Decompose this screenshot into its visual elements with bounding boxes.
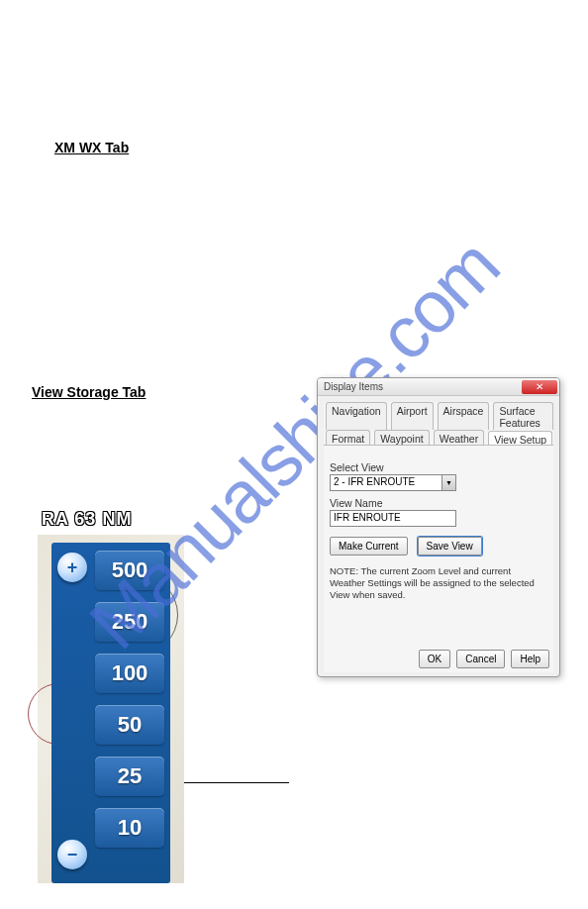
tab-airspace[interactable]: Airspace [438,402,490,430]
view-buttons-row: Make Current Save View [330,537,547,556]
tab-surface-features[interactable]: Surface Features [493,402,553,430]
zoom-level-panel: RA 63 NM + 500 250 100 50 25 10 − [38,507,184,883]
tab-weather[interactable]: Weather [434,430,485,446]
save-view-button[interactable]: Save View [418,537,482,556]
chevron-down-icon[interactable]: ▼ [441,475,455,490]
note-text: NOTE: The current Zoom Level and current… [330,565,547,601]
dialog-footer: OK Cancel Help [419,650,549,668]
cancel-button[interactable]: Cancel [456,650,505,668]
close-icon[interactable]: ✕ [522,380,557,394]
tab-airport[interactable]: Airport [391,402,434,430]
range-prefix: RA [42,509,68,529]
zoom-level-50[interactable]: 50 [95,705,164,745]
tabs-row-1: Navigation Airport Airspace Surface Feat… [324,402,553,430]
dialog-title: Display Items [324,381,383,392]
dialog-body: Navigation Airport Airspace Surface Feat… [324,402,553,670]
select-view-value: 2 - IFR ENROUTE [334,476,415,487]
ok-button[interactable]: OK [419,650,450,668]
zoom-level-500[interactable]: 500 [95,551,164,590]
heading-xm-wx-tab: XM WX Tab [54,140,129,155]
zoom-level-250[interactable]: 250 [95,602,164,642]
zoom-column: + 500 250 100 50 25 10 − [51,543,170,883]
view-name-value: IFR ENROUTE [334,512,401,523]
divider-line [180,782,289,783]
view-name-input[interactable]: IFR ENROUTE [330,510,456,527]
zoom-level-100[interactable]: 100 [95,654,164,693]
range-value: 63 [74,509,96,529]
tab-content-view-setup: Select View 2 - IFR ENROUTE ▼ View Name … [324,445,553,672]
dialog-titlebar: Display Items ✕ [318,378,559,396]
heading-view-storage-tab: View Storage Tab [32,384,146,400]
range-unit: NM [102,509,132,529]
tab-navigation[interactable]: Navigation [326,402,387,430]
zoom-in-icon[interactable]: + [57,553,87,582]
tab-waypoint[interactable]: Waypoint [374,430,429,446]
zoom-out-icon[interactable]: − [57,840,87,869]
zoom-level-25[interactable]: 25 [95,757,164,796]
zoom-level-10[interactable]: 10 [95,808,164,848]
range-header: RA 63 NM [38,507,184,535]
display-items-dialog: Display Items ✕ Navigation Airport Airsp… [317,377,560,677]
select-view-dropdown[interactable]: 2 - IFR ENROUTE ▼ [330,474,456,491]
help-button[interactable]: Help [511,650,549,668]
tab-format[interactable]: Format [326,430,370,446]
view-name-label: View Name [330,497,547,509]
make-current-button[interactable]: Make Current [330,537,408,556]
tabs-row-2: Format Waypoint Weather View Setup [324,430,553,446]
select-view-label: Select View [330,461,547,473]
